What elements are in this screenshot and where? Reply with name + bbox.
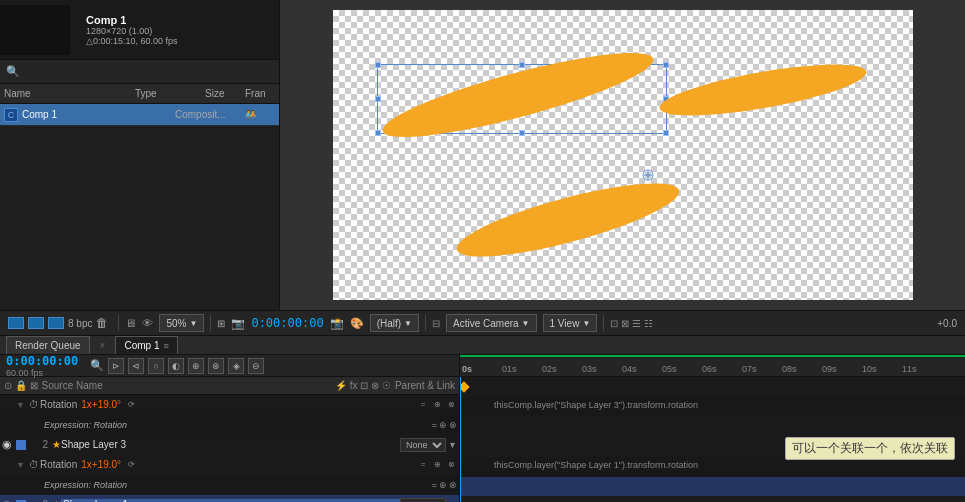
project-info: Comp 1 1280×720 (1.00) △0:00:15:10, 60.0…	[78, 10, 279, 50]
timecode-display: 0:00:00:00	[251, 316, 323, 330]
vis-icon-3[interactable]: ◉	[2, 498, 16, 502]
time-marker-3: 03s	[582, 364, 597, 374]
time-marker-7: 07s	[742, 364, 757, 374]
tab-separator: ×	[100, 340, 106, 351]
expr-label-1: Expression: Rotation	[44, 420, 127, 430]
timeline-content: 0:00:00:00 60.00 fps 🔍 ⊳ ⊲ ○ ◐ ⊕ ⊗ ◈ ⊖ ⊙…	[0, 355, 965, 502]
timeline-fps: 60.00 fps	[6, 368, 78, 378]
time-marker-5: 05s	[662, 364, 677, 374]
tc-btn-4[interactable]: ◐	[168, 358, 184, 374]
expr-controls-1: = ⊕ ⊗	[432, 420, 457, 430]
item-type: Composit...	[175, 109, 245, 120]
reset-icon-2[interactable]: ⟳	[125, 459, 137, 471]
zoom-label: 50%	[166, 318, 186, 329]
parent-select-2[interactable]: None	[400, 438, 446, 452]
quality-button[interactable]: (Half) ▼	[370, 314, 419, 332]
tc-btn-8[interactable]: ⊖	[248, 358, 264, 374]
timeline-panel: Render Queue × Comp 1 ≡ 0:00:00:00 60.00…	[0, 336, 965, 480]
main-layout: Comp 1 1280×720 (1.00) △0:00:15:10, 60.0…	[0, 0, 965, 310]
col-frame-header: Fran	[245, 88, 275, 99]
expand-icon-rot-2[interactable]: ▼	[16, 460, 28, 470]
bottom-toolbar: 8 bpc 🗑 🖥 👁 50% ▼ ⊞ 📷 0:00:00:00 📸 🎨 (Ha…	[0, 310, 965, 336]
bpc-indicator3	[48, 317, 64, 329]
render-queue-label: Render Queue	[15, 340, 81, 351]
layer-name-2[interactable]: Shape Layer 3	[61, 439, 400, 450]
comp-details: 1280×720 (1.00)	[86, 26, 271, 36]
view-count-button[interactable]: 1 View ▼	[543, 314, 598, 332]
camera-view-chevron: ▼	[522, 319, 530, 328]
shape-layer-2	[656, 54, 869, 126]
expr-equals-1: =	[432, 420, 437, 430]
separator-2	[210, 315, 211, 331]
comp-icon: C	[4, 108, 18, 122]
expr-icon-2c: ⊗	[445, 459, 457, 471]
layer-column-row: ⊙ 🔒 ⊠ Source Name ⚡ fx ⊡ ⊗ ☉ Parent & Li…	[0, 377, 459, 395]
bpc-label: 8 bpc	[68, 318, 92, 329]
expr-icon-2b: ⊕	[431, 459, 443, 471]
expr-label-2: Expression: Rotation	[44, 480, 127, 490]
tc-btn-3[interactable]: ○	[148, 358, 164, 374]
track-row-layer2	[460, 417, 965, 437]
tc-btn-2[interactable]: ⊲	[128, 358, 144, 374]
layer-vis-col: ⊙ 🔒 ⊠	[4, 380, 38, 391]
playhead[interactable]	[460, 377, 461, 502]
tc-btn-7[interactable]: ◈	[228, 358, 244, 374]
list-item[interactable]: C Comp 1 Composit... 🧑‍🤝‍🧑	[0, 104, 279, 126]
expr-cross-2[interactable]: ⊗	[449, 480, 457, 490]
zoom-button[interactable]: 50% ▼	[159, 314, 204, 332]
camera-icon: 📷	[231, 317, 245, 330]
prop-rotation-1: Rotation	[40, 399, 77, 410]
monitor-icon: 🖥	[125, 317, 136, 329]
inline-icons-2: = ⊕ ⊗	[417, 459, 457, 471]
time-marker-1: 01s	[502, 364, 517, 374]
timeline-header: Render Queue × Comp 1 ≡	[0, 336, 965, 355]
parent-3[interactable]: None	[400, 498, 446, 503]
parent-select-3[interactable]: None	[400, 498, 446, 503]
exposure-value: +0.0	[937, 318, 957, 329]
stopwatch-icon-1[interactable]: ⏱	[28, 399, 40, 411]
layer-row-rot-2: ▼ ⏱ Rotation 1x+19.0° ⟳ = ⊕ ⊗	[0, 455, 459, 475]
quality-label: (Half)	[377, 318, 401, 329]
layer-row-3: ◉ 3 ★ Shape Layer 1 None ▼	[0, 495, 459, 502]
camera-view-button[interactable]: Active Camera ▼	[446, 314, 537, 332]
expr-icon-1c: ⊗	[445, 399, 457, 411]
parent-2[interactable]: None	[400, 438, 446, 452]
shape-layer-3	[451, 169, 685, 271]
comp-canvas[interactable]	[333, 10, 913, 300]
vis-icon-2[interactable]: ◉	[2, 438, 16, 451]
current-time[interactable]: 0:00:00:00	[6, 355, 78, 368]
source-name-col: Source Name	[42, 380, 335, 391]
expr-equals-2: =	[432, 480, 437, 490]
expr-plus-1[interactable]: ⊕	[439, 420, 447, 430]
layer-row-2: ◉ 2 ★ Shape Layer 3 None ▼	[0, 435, 459, 455]
tc-btn-5[interactable]: ⊕	[188, 358, 204, 374]
tab-render-queue[interactable]: Render Queue	[6, 336, 90, 354]
tab-comp[interactable]: Comp 1 ≡	[115, 336, 177, 354]
time-marker-11: 11s	[902, 364, 917, 374]
parent-col: Parent & Link	[395, 380, 455, 391]
tc-btn-1[interactable]: ⊳	[108, 358, 124, 374]
search-icon-timeline[interactable]: 🔍	[90, 359, 104, 372]
reset-icon-1[interactable]: ⟳	[125, 399, 137, 411]
expr-plus-2[interactable]: ⊕	[439, 480, 447, 490]
snapshot-icon: 📸	[330, 317, 344, 330]
timeline-tracks[interactable]: 0s 01s 02s 03s 04s 05s 06s 07s 08s 09s 1…	[460, 355, 965, 502]
stopwatch-icon-2[interactable]: ⏱	[28, 459, 40, 471]
layer-row: ▼ ⏱ Rotation 1x+19.0° ⟳ = ⊕ ⊗	[0, 395, 459, 415]
layer-icons-2	[16, 440, 26, 450]
layer-color-2	[16, 440, 26, 450]
time-marker-8: 08s	[782, 364, 797, 374]
layer-row-expr-1: Expression: Rotation = ⊕ ⊗	[0, 415, 459, 435]
view-count-chevron: ▼	[582, 319, 590, 328]
expand-icon-1[interactable]: ▼	[16, 400, 28, 410]
separator-3	[425, 315, 426, 331]
keyframe-1	[460, 381, 470, 392]
trash-icon[interactable]: 🗑	[96, 316, 108, 330]
project-panel: Comp 1 1280×720 (1.00) △0:00:15:10, 60.0…	[0, 0, 280, 310]
col-size-header: Size	[205, 88, 245, 99]
track-row-expr-1: thisComp.layer("Shape Layer 3").transfor…	[460, 397, 965, 417]
item-frame: 🧑‍🤝‍🧑	[245, 109, 275, 120]
expr-cross-1[interactable]: ⊗	[449, 420, 457, 430]
tc-btn-6[interactable]: ⊗	[208, 358, 224, 374]
parent-chevron-2: ▼	[448, 440, 457, 450]
